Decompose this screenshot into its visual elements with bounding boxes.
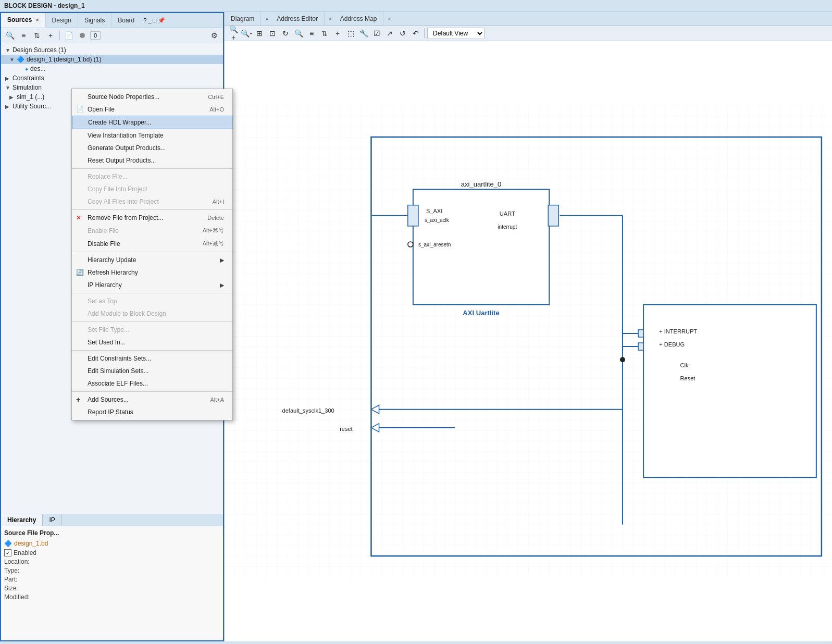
- settings-button[interactable]: ⚙: [208, 30, 220, 41]
- expand-all-button[interactable]: ⇅: [31, 30, 43, 41]
- bottom-tab-hierarchy[interactable]: Hierarchy: [1, 514, 43, 526]
- tree-arrow-design1-bd: ▼: [9, 57, 15, 63]
- select-button[interactable]: ⬚: [345, 28, 356, 39]
- tab-address-map-close[interactable]: ×: [386, 13, 393, 25]
- menu-sep-2: [72, 209, 232, 210]
- add-sources-icon: +: [76, 395, 80, 404]
- menu-remove-file[interactable]: ✕ Remove File from Project... Delete: [72, 212, 232, 224]
- arrow-button[interactable]: ↗: [384, 28, 395, 39]
- left-panel-pin[interactable]: 📌: [158, 17, 165, 24]
- svg-rect-15: [638, 343, 643, 350]
- tree-arrow-sim1: ▶: [9, 94, 15, 100]
- prop-location-label: Location:: [4, 558, 41, 565]
- menu-edit-constraints[interactable]: Edit Constraints Sets...: [72, 352, 232, 365]
- prop-modified-label: Modified:: [4, 593, 41, 601]
- bottom-tab-ip[interactable]: IP: [43, 514, 61, 526]
- prop-modified-row: Modified:: [4, 593, 220, 601]
- tab-address-editor-close[interactable]: ×: [327, 13, 334, 25]
- menu-associate-elf[interactable]: Associate ELF Files...: [72, 377, 232, 390]
- tree-label-sim1: sim_1 (...): [17, 93, 44, 101]
- diagram-tab-bar: Diagram × Address Editor × Address Map ×: [225, 12, 832, 26]
- left-panel-maximize[interactable]: □: [153, 17, 157, 23]
- title-bar: BLOCK DESIGN - design_1: [0, 0, 832, 12]
- undo-button[interactable]: ↶: [410, 28, 421, 39]
- menu-set-used-in[interactable]: Set Used In...: [72, 336, 232, 349]
- left-panel-question[interactable]: ?: [143, 17, 146, 23]
- menu-view-instantiation[interactable]: View Instantiation Template: [72, 129, 232, 142]
- open-file-icon: 📄: [76, 106, 84, 113]
- tree-arrow-utility: ▶: [5, 104, 10, 109]
- prop-file-icon: 🔷: [4, 540, 12, 547]
- tab-sources-close[interactable]: ×: [36, 17, 39, 23]
- tab-sources[interactable]: Sources ×: [1, 13, 46, 28]
- menu-ip-hierarchy[interactable]: IP Hierarchy ▶: [72, 279, 232, 291]
- diagram-toolbar-sep: [424, 29, 425, 38]
- component-name-label: axi_uartlite_0: [461, 180, 502, 188]
- refresh-diagram-button[interactable]: ↺: [397, 28, 408, 39]
- menu-enable-file: Enable File Alt+⌘号: [72, 224, 232, 237]
- collapse-all-button[interactable]: ≡: [18, 30, 29, 41]
- add-button[interactable]: +: [45, 30, 56, 41]
- tree-item-design1-bd[interactable]: ▼ 🔷 design_1 (design_1.bd) (1): [1, 55, 223, 64]
- prop-part-label: Part:: [4, 576, 41, 583]
- menu-reset-output[interactable]: Reset Output Products...: [72, 154, 232, 167]
- tab-address-editor[interactable]: Address Editor: [270, 12, 325, 26]
- diagram-svg: axi_uartlite_0 S_AXI s_axi_aclk s_axi_ar…: [225, 41, 832, 641]
- tree-label-des-sub: des...: [30, 65, 45, 72]
- menu-open-file[interactable]: 📄 Open File Alt+O: [72, 103, 232, 116]
- menu-hierarchy-update[interactable]: Hierarchy Update ▶: [72, 254, 232, 266]
- prop-size-row: Size:: [4, 585, 220, 592]
- file-button[interactable]: 📄: [63, 30, 74, 41]
- status-button[interactable]: [77, 30, 88, 41]
- tab-signals[interactable]: Signals: [78, 14, 111, 27]
- menu-create-hdl-wrapper[interactable]: Create HDL Wrapper...: [72, 116, 232, 129]
- view-select[interactable]: Default View Interface View Physical Vie…: [427, 28, 485, 39]
- menu-report-ip-status[interactable]: Report IP Status: [72, 406, 232, 418]
- menu-edit-simulation[interactable]: Edit Simulation Sets...: [72, 365, 232, 377]
- fit-selection-button[interactable]: ⊡: [267, 28, 278, 39]
- prop-filename: 🔷 design_1.bd: [4, 540, 220, 547]
- interrupt-block-label: + INTERRUPT: [659, 328, 697, 335]
- prop-location-row: Location:: [4, 558, 220, 565]
- refresh-icon: 🔄: [76, 269, 84, 276]
- tab-diagram-close[interactable]: ×: [263, 13, 270, 25]
- interrupt-label: interrupt: [498, 224, 517, 230]
- menu-disable-file[interactable]: Disable File Alt+减号: [72, 237, 232, 250]
- left-panel-minimize[interactable]: _: [148, 17, 151, 23]
- rotate-button[interactable]: ↻: [280, 28, 291, 39]
- menu-refresh-hierarchy[interactable]: 🔄 Refresh Hierarchy: [72, 266, 232, 279]
- tree-arrow-simulation: ▼: [5, 85, 10, 91]
- tab-address-map[interactable]: Address Map: [334, 12, 384, 26]
- search-button[interactable]: 🔍: [4, 30, 16, 41]
- enabled-checkbox[interactable]: ✓: [4, 549, 11, 556]
- left-panel: Sources × Design Signals Board ? _ □ 📌 🔍…: [0, 12, 224, 641]
- validate-button[interactable]: ☑: [371, 28, 382, 39]
- prop-part-row: Part:: [4, 576, 220, 583]
- tree-item-design-sources[interactable]: ▼ Design Sources (1): [1, 45, 223, 55]
- tab-board[interactable]: Board: [111, 14, 141, 27]
- junction-dot: [620, 357, 625, 362]
- menu-add-sources[interactable]: + Add Sources... Alt+A: [72, 393, 232, 406]
- debug-label: + DEBUG: [659, 341, 685, 348]
- menu-copy-file: Copy File Into Project: [72, 183, 232, 195]
- tree-arrow-des-sub: [18, 66, 23, 72]
- wrench-button[interactable]: 🔧: [358, 28, 369, 39]
- menu-source-node-props[interactable]: Source Node Properties... Ctrl+E: [72, 91, 232, 103]
- svg-rect-13: [638, 330, 643, 337]
- tree-icon-bd: 🔷: [17, 56, 24, 63]
- expand-all-diagram-button[interactable]: ⇅: [319, 28, 330, 39]
- tab-design[interactable]: Design: [46, 14, 78, 27]
- tab-diagram[interactable]: Diagram: [225, 12, 261, 26]
- collapse-all-diagram-button[interactable]: ≡: [306, 28, 317, 39]
- tree-item-des-sub[interactable]: ● des...: [1, 64, 223, 73]
- tree-item-constraints[interactable]: ▶ Constraints: [1, 73, 223, 83]
- zoom-in-button[interactable]: 🔍+: [228, 28, 239, 39]
- menu-generate-output[interactable]: Generate Output Products...: [72, 142, 232, 154]
- zoom-out-button[interactable]: 🔍-: [241, 28, 252, 39]
- fit-button[interactable]: ⊞: [254, 28, 265, 39]
- add-diagram-button[interactable]: +: [332, 28, 343, 39]
- properties-panel: Source File Prop... 🔷 design_1.bd ✓ Enab…: [1, 526, 223, 640]
- menu-set-file-type: Set File Type...: [72, 324, 232, 336]
- search-diagram-button[interactable]: 🔍: [293, 28, 304, 39]
- aresetn-label: s_axi_aresetn: [418, 242, 451, 247]
